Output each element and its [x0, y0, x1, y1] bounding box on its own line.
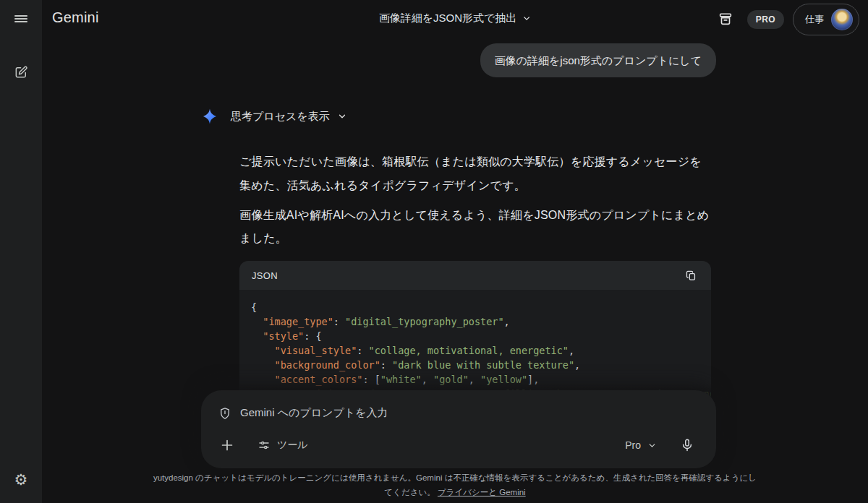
- tune-icon: [258, 439, 271, 452]
- hamburger-icon: [14, 14, 27, 24]
- response-paragraph-2: 画像生成AIや解析AIへの入力として使えるよう、詳細をJSON形式のプロンプトに…: [239, 204, 711, 252]
- code-language-label: JSON: [252, 270, 278, 281]
- response-paragraph-1: ご提示いただいた画像は、箱根駅伝（または類似の大学駅伝）を応援するメッセージを集…: [239, 150, 711, 198]
- conversation-title: 画像詳細をJSON形式で抽出: [379, 12, 517, 25]
- composer-toolbar: ツール Pro: [213, 431, 705, 460]
- microphone-icon: [680, 438, 694, 452]
- copy-code-button[interactable]: [679, 264, 702, 287]
- composer-input-row[interactable]: Gemini へのプロンプトを入力: [218, 406, 699, 420]
- plus-icon: [219, 437, 235, 453]
- tools-label: ツール: [277, 439, 308, 452]
- model-selector[interactable]: Pro: [625, 439, 657, 451]
- brand-logo[interactable]: Gemini: [52, 9, 99, 26]
- thoughts-label: 思考プロセスを表示: [231, 110, 330, 124]
- copy-icon: [685, 270, 697, 282]
- footer-disclaimer: yutydesign のチャットはモデルのトレーニングには使用されません。Gem…: [42, 470, 868, 500]
- user-message-bubble: 画像の詳細をjson形式のプロンプトにして: [480, 43, 716, 77]
- shield-icon: [218, 407, 231, 420]
- archive-icon: [718, 12, 733, 27]
- code-block: JSON { "image_type": "digital_typography…: [239, 261, 711, 403]
- avatar: [831, 9, 853, 30]
- new-chat-button[interactable]: [7, 58, 35, 87]
- profile-label: 仕事: [805, 13, 824, 26]
- pro-badge[interactable]: PRO: [747, 10, 784, 29]
- thoughts-toggle[interactable]: 思考プロセスを表示: [201, 108, 716, 125]
- settings-button[interactable]: ⚙: [7, 465, 35, 494]
- archive-button[interactable]: [712, 7, 739, 33]
- microphone-button[interactable]: [673, 431, 702, 460]
- code-content: { "image_type": "digital_typography_post…: [239, 290, 711, 403]
- add-attachment-button[interactable]: [213, 431, 242, 460]
- gear-icon: ⚙: [14, 471, 28, 489]
- menu-button[interactable]: [7, 4, 35, 33]
- prompt-composer[interactable]: Gemini へのプロンプトを入力 ツール Pro: [201, 390, 716, 468]
- thoughts-label-wrap: 思考プロセスを表示: [231, 110, 347, 124]
- model-response: ご提示いただいた画像は、箱根駅伝（または類似の大学駅伝）を応援するメッセージを集…: [239, 150, 711, 403]
- chevron-down-icon: [647, 441, 657, 450]
- tools-button[interactable]: ツール: [249, 433, 317, 457]
- edit-icon: [14, 65, 28, 79]
- chevron-down-icon: [522, 14, 531, 23]
- profile-pill[interactable]: 仕事: [793, 4, 859, 35]
- composer-right-cluster: Pro: [625, 431, 705, 460]
- sidebar: ⚙: [0, 0, 42, 503]
- privacy-link[interactable]: プライバシーと Gemini: [438, 488, 526, 496]
- conversation-column: 画像の詳細をjson形式のプロンプトにして 思考プロセスを表示 ご提示いただいた…: [201, 38, 716, 403]
- gemini-spark-icon: [201, 108, 218, 125]
- top-bar: Gemini 画像詳細をJSON形式で抽出 PRO 仕事: [42, 0, 868, 38]
- top-right-cluster: PRO 仕事: [712, 3, 859, 36]
- code-block-header: JSON: [239, 261, 711, 290]
- prompt-input[interactable]: Gemini へのプロンプトを入力: [240, 406, 388, 420]
- conversation-title-dropdown[interactable]: 画像詳細をJSON形式で抽出: [379, 12, 532, 25]
- chevron-down-icon: [337, 111, 347, 121]
- user-message-row: 画像の詳細をjson形式のプロンプトにして: [201, 43, 716, 77]
- model-label: Pro: [625, 439, 641, 451]
